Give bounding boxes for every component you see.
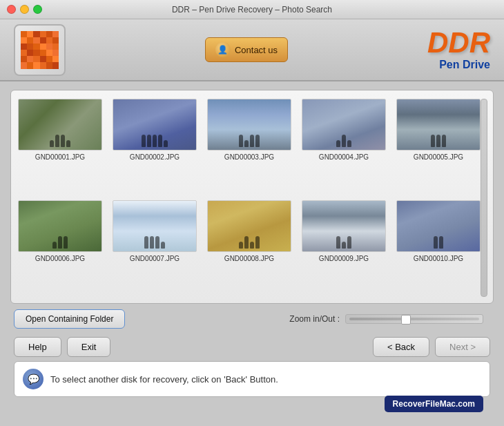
zoom-slider[interactable] [345, 314, 483, 324]
checkerboard-icon: const colors = ['#e06010','#ff8030','#c0… [21, 31, 59, 69]
photo-item[interactable]: GND00004.JPG [302, 99, 386, 195]
zoom-label: Zoom in/Out : [289, 314, 340, 324]
exit-button[interactable]: Exit [67, 337, 111, 357]
window-title: DDR – Pen Drive Recovery – Photo Search [172, 5, 332, 14]
photo-item[interactable]: GND00001.JPG [18, 99, 102, 195]
photo-label: GND00010.JPG [414, 255, 463, 262]
photo-panel: GND00001.JPGGND00002.JPGGND00003.JPGGND0… [10, 90, 494, 304]
app-logo: const colors = ['#e06010','#ff8030','#c0… [14, 24, 66, 76]
photo-label: GND00008.JPG [224, 255, 274, 262]
header: const colors = ['#e06010','#ff8030','#c0… [0, 19, 504, 81]
photo-thumbnail[interactable] [302, 99, 386, 151]
toolbar: Open Containing Folder Zoom in/Out : [10, 304, 494, 334]
open-folder-button[interactable]: Open Containing Folder [14, 309, 125, 329]
contact-icon: 👤 [215, 42, 231, 57]
photo-thumbnail[interactable] [207, 200, 291, 252]
zoom-track [349, 318, 479, 320]
photo-thumbnail[interactable] [113, 200, 197, 252]
maximize-button[interactable] [33, 5, 42, 14]
photo-item[interactable]: GND00006.JPG [18, 200, 102, 296]
contact-button[interactable]: 👤 Contact us [205, 37, 288, 62]
photo-item[interactable]: GND00002.JPG [113, 99, 197, 195]
window-controls [7, 5, 42, 14]
photo-label: GND00005.JPG [414, 153, 463, 161]
photo-item[interactable]: GND00003.JPG [207, 99, 291, 195]
photo-label: GND00006.JPG [35, 255, 85, 262]
zoom-control: Zoom in/Out : [289, 314, 483, 324]
info-icon: 💬 [23, 369, 43, 389]
nav-row: Help Exit < Back Next > [10, 334, 494, 361]
photo-label: GND00009.JPG [319, 255, 369, 262]
info-bar: 💬 To select another disk for recovery, c… [14, 361, 490, 397]
photo-item[interactable]: GND00010.JPG [396, 200, 481, 296]
main-content: GND00001.JPGGND00002.JPGGND00003.JPGGND0… [0, 81, 504, 403]
photo-grid: GND00001.JPGGND00002.JPGGND00003.JPGGND0… [18, 99, 486, 296]
info-message: To select another disk for recovery, cli… [50, 374, 278, 385]
photo-thumbnail[interactable] [302, 200, 386, 252]
photo-thumbnail[interactable] [396, 99, 481, 151]
back-button[interactable]: < Back [373, 337, 429, 357]
brand-name: DDR [427, 28, 490, 57]
next-button[interactable]: Next > [435, 337, 490, 357]
photo-item[interactable]: GND00009.JPG [302, 200, 386, 296]
title-bar: DDR – Pen Drive Recovery – Photo Search [0, 0, 504, 19]
photo-thumbnail[interactable] [18, 200, 102, 252]
photo-label: GND00004.JPG [319, 153, 369, 161]
close-button[interactable] [7, 5, 16, 14]
help-button[interactable]: Help [14, 337, 61, 357]
photo-label: GND00007.JPG [130, 255, 180, 262]
photo-item[interactable]: GND00007.JPG [113, 200, 197, 296]
photo-label: GND00003.JPG [224, 153, 274, 161]
photo-thumbnail[interactable] [207, 99, 291, 151]
minimize-button[interactable] [20, 5, 29, 14]
photo-thumbnail[interactable] [113, 99, 197, 151]
photo-label: GND00002.JPG [130, 153, 180, 161]
brand-area: DDR Pen Drive [427, 28, 490, 71]
brand-subtitle: Pen Drive [427, 59, 490, 71]
photo-thumbnail[interactable] [396, 200, 481, 252]
photo-label: GND00001.JPG [35, 153, 85, 161]
photo-item[interactable]: GND00008.JPG [207, 200, 291, 296]
zoom-thumb[interactable] [401, 315, 411, 325]
photo-item[interactable]: GND00005.JPG [396, 99, 481, 195]
brand-website: RecoverFileMac.com [385, 396, 483, 412]
photo-thumbnail[interactable] [18, 99, 102, 151]
